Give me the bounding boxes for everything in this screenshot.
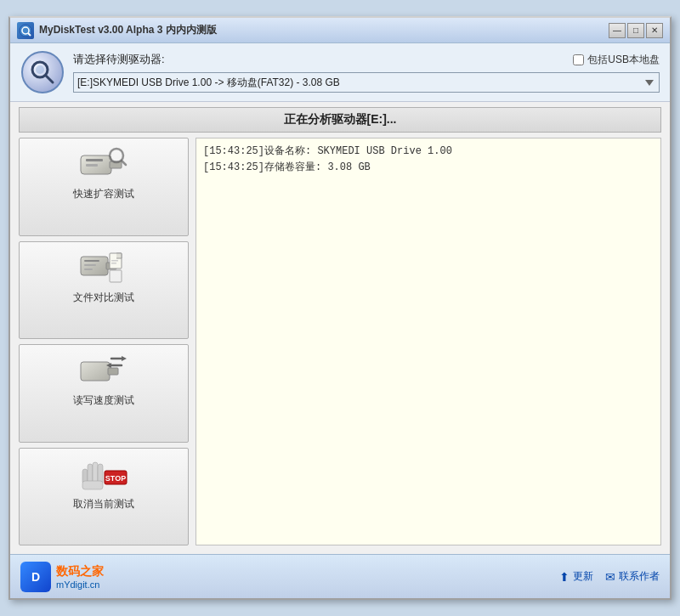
read-write-svg: [79, 353, 128, 389]
svg-line-4: [46, 76, 53, 82]
quick-expand-svg: [79, 147, 128, 183]
usb-local-checkbox[interactable]: [573, 54, 584, 65]
file-compare-svg: [79, 250, 128, 285]
contact-label: 联系作者: [619, 569, 660, 584]
file-compare-button[interactable]: 文件对比测试: [19, 241, 189, 340]
svg-rect-22: [108, 368, 118, 375]
stop-icon-container: STOP: [78, 455, 129, 494]
file-compare-icon: [78, 249, 129, 287]
logo-circle: [21, 51, 64, 93]
logo-search-svg: [29, 59, 56, 86]
window-title: MyDiskTest v3.00 Alpha 3 内内内测版: [39, 23, 217, 37]
title-bar: MyDiskTest v3.00 Alpha 3 内内内测版 — □ ✕: [10, 18, 670, 43]
close-button[interactable]: ✕: [646, 23, 663, 38]
svg-rect-9: [86, 164, 98, 167]
bottom-links: ⬆ 更新 ✉ 联系作者: [559, 569, 660, 584]
usb-checkbox-area: 包括USB本地盘: [573, 53, 660, 67]
svg-rect-15: [84, 264, 96, 266]
app-logo: [20, 50, 65, 94]
svg-rect-21: [81, 362, 110, 381]
minimize-button[interactable]: —: [609, 23, 626, 38]
svg-rect-8: [86, 159, 103, 161]
select-label: 请选择待测驱动器:: [73, 52, 165, 67]
toolbar-top-row: 请选择待测驱动器: 包括USB本地盘: [73, 52, 660, 67]
main-content: 快速扩容测试: [10, 138, 670, 554]
update-icon: ⬆: [559, 570, 570, 584]
stop-sign-svg: STOP: [79, 455, 128, 493]
logo-brand: D 数码之家 mYdigit.cn: [20, 562, 104, 592]
status-bar: 正在分析驱动器[E:]...: [19, 107, 661, 133]
brand-url: mYdigit.cn: [56, 579, 104, 590]
maximize-button[interactable]: □: [627, 23, 644, 38]
toolbar: 请选择待测驱动器: 包括USB本地盘 [E:]SKYMEDI USB Drive…: [10, 43, 670, 102]
mail-icon: ✉: [605, 570, 615, 584]
toolbar-right: 请选择待测驱动器: 包括USB本地盘 [E:]SKYMEDI USB Drive…: [73, 52, 660, 93]
usb-local-label: 包括USB本地盘: [587, 53, 660, 67]
quick-expand-icon: [78, 145, 129, 184]
status-text: 正在分析驱动器[E:]...: [284, 112, 397, 126]
update-link[interactable]: ⬆ 更新: [559, 569, 593, 584]
svg-text:STOP: STOP: [105, 474, 126, 483]
svg-rect-14: [84, 260, 99, 262]
quick-expand-label: 快速扩容测试: [73, 187, 134, 201]
brand-text: 数码之家 mYdigit.cn: [56, 564, 104, 590]
update-label: 更新: [573, 569, 593, 584]
cancel-test-button[interactable]: STOP 取消当前测试: [19, 448, 189, 546]
svg-rect-16: [84, 268, 93, 270]
title-bar-left: MyDiskTest v3.00 Alpha 3 内内内测版: [17, 22, 217, 39]
svg-rect-20: [110, 270, 122, 282]
log-line-1: [15:43:25]设备名称: SKYMEDI USB Drive 1.00: [203, 144, 654, 160]
app-icon: [17, 22, 34, 39]
title-buttons: — □ ✕: [609, 23, 663, 38]
read-write-icon: [78, 352, 129, 390]
svg-rect-19: [111, 263, 116, 264]
bottom-bar: D 数码之家 mYdigit.cn ⬆ 更新 ✉ 联系作者: [10, 554, 670, 598]
main-window: MyDiskTest v3.00 Alpha 3 内内内测版 — □ ✕ 请选择…: [8, 16, 672, 600]
cancel-icon: STOP: [78, 455, 129, 494]
log-panel[interactable]: [15:43:25]设备名称: SKYMEDI USB Drive 1.00 […: [196, 138, 661, 545]
cancel-label: 取消当前测试: [73, 497, 134, 511]
read-write-button[interactable]: 读写速度测试: [19, 344, 189, 443]
svg-line-11: [122, 161, 126, 165]
quick-expand-button[interactable]: 快速扩容测试: [19, 138, 189, 236]
contact-link[interactable]: ✉ 联系作者: [605, 569, 660, 584]
svg-marker-23: [122, 356, 127, 361]
log-line-2: [15:43:25]存储卷容量: 3.08 GB: [203, 160, 654, 176]
left-panel: 快速扩容测试: [19, 138, 189, 545]
brand-icon: D: [20, 562, 51, 592]
file-compare-label: 文件对比测试: [73, 291, 134, 305]
svg-rect-18: [111, 260, 118, 262]
svg-rect-29: [82, 481, 103, 489]
read-write-label: 读写速度测试: [73, 393, 134, 408]
drive-select[interactable]: [E:]SKYMEDI USB Drive 1.00 -> 移动盘(FAT32)…: [73, 72, 660, 93]
brand-name: 数码之家: [56, 564, 104, 579]
svg-point-5: [36, 65, 44, 74]
